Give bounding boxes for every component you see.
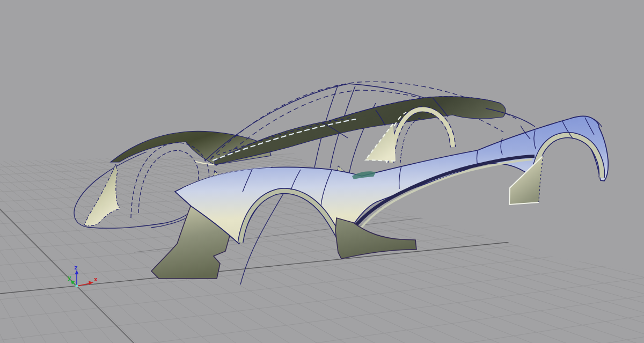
cad-3d-viewport[interactable]: z x y <box>0 0 644 343</box>
axis-gizmo: z x y <box>68 264 98 287</box>
z-axis-label: z <box>74 264 78 271</box>
x-axis-label: x <box>94 276 98 283</box>
origin-marker <box>76 285 78 288</box>
y-axis-label: y <box>68 274 71 281</box>
viewport-canvas[interactable]: z x y <box>0 0 644 343</box>
rear-triangle-panel <box>365 124 396 161</box>
front-lower-panel <box>84 164 120 226</box>
